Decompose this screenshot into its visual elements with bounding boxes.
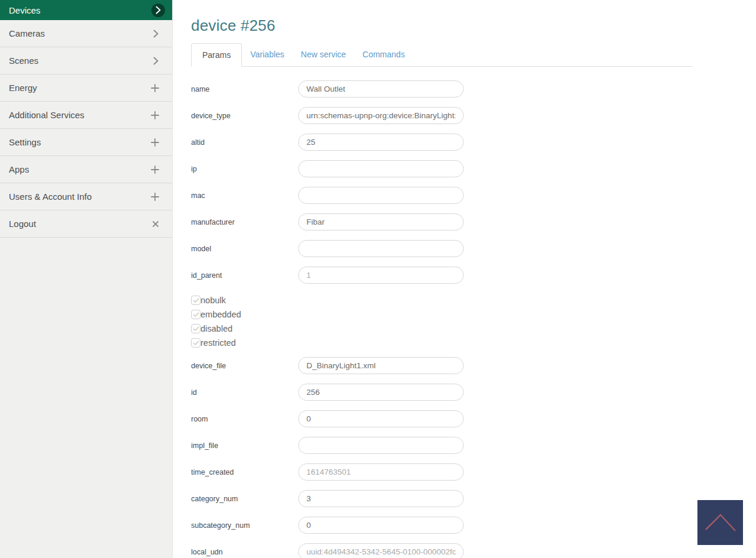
id-input[interactable]	[298, 384, 464, 401]
plus-icon	[151, 84, 159, 92]
embedded-checkbox[interactable]	[191, 310, 201, 319]
field-label: manufacturer	[191, 218, 298, 226]
field-label: room	[191, 415, 298, 423]
tab-variables[interactable]: Variables	[242, 43, 292, 66]
altid-input[interactable]	[298, 134, 464, 151]
field-label: subcategory_num	[191, 521, 298, 530]
impl_file-input[interactable]	[298, 437, 464, 454]
time_created-input[interactable]	[298, 463, 464, 481]
field-label: model	[191, 245, 298, 253]
sidebar-item-label: Scenes	[9, 56, 38, 66]
field-label: time_created	[191, 468, 298, 476]
sidebar-item-apps[interactable]: Apps	[0, 156, 172, 183]
form-row-device_type: device_type	[191, 107, 756, 124]
checkbox-label: disabled	[201, 324, 232, 333]
device_file-input[interactable]	[298, 357, 464, 374]
disabled-checkbox[interactable]	[191, 324, 201, 333]
mac-input[interactable]	[298, 187, 464, 204]
sidebar-item-label: Additional Services	[9, 110, 85, 120]
plus-icon	[151, 138, 159, 147]
form-row-room: room	[191, 410, 756, 427]
form-row-model: model	[191, 240, 756, 257]
field-label: mac	[191, 192, 298, 200]
chevron-right-icon	[153, 56, 159, 66]
sidebar: DevicesCamerasScenesEnergyAdditional Ser…	[0, 0, 173, 558]
sidebar-item-cameras[interactable]: Cameras	[0, 20, 172, 47]
field-label: impl_file	[191, 442, 298, 450]
checkbox-row-disabled: disabled	[191, 322, 756, 336]
form-row-id: id	[191, 384, 756, 401]
sidebar-item-additional-services[interactable]: Additional Services	[0, 102, 172, 129]
tab-bar: ParamsVariablesNew serviceCommands	[191, 43, 693, 67]
plus-icon	[151, 166, 159, 174]
sidebar-item-label: Logout	[9, 219, 36, 229]
sidebar-item-label: Apps	[9, 164, 29, 174]
form-row-manufacturer: manufacturer	[191, 213, 756, 231]
field-label: local_udn	[191, 548, 298, 556]
field-label: id	[191, 388, 298, 397]
form-row-id_parent: id_parent	[191, 267, 756, 284]
chevron-up-icon	[703, 510, 738, 536]
field-label: category_num	[191, 495, 298, 503]
form-row-name: name	[191, 80, 756, 98]
form-row-impl_file: impl_file	[191, 437, 756, 454]
tab-commands[interactable]: Commands	[354, 43, 413, 66]
form-row-time_created: time_created	[191, 463, 756, 481]
main-content: device #256 ParamsVariablesNew serviceCo…	[173, 0, 756, 558]
sidebar-item-label: Settings	[9, 137, 41, 147]
plus-icon	[151, 193, 159, 201]
tab-new-service[interactable]: New service	[293, 43, 354, 66]
checkbox-label: embedded	[201, 310, 241, 319]
form-row-device_file: device_file	[191, 357, 756, 374]
checkbox-row-restricted: restricted	[191, 336, 756, 350]
form-row-category_num: category_num	[191, 490, 756, 507]
sidebar-item-energy[interactable]: Energy	[0, 74, 172, 102]
manufacturer-input[interactable]	[298, 213, 464, 231]
sidebar-item-settings[interactable]: Settings	[0, 129, 172, 156]
local_udn-input[interactable]	[298, 543, 464, 558]
device-params-form: namedevice_typealtidipmacmanufacturermod…	[191, 80, 756, 558]
sidebar-item-scenes[interactable]: Scenes	[0, 47, 172, 74]
form-row-subcategory_num: subcategory_num	[191, 517, 756, 534]
form-row-mac: mac	[191, 187, 756, 204]
sidebar-item-label: Devices	[9, 5, 40, 15]
form-row-local_udn: local_udn	[191, 543, 756, 558]
sidebar-item-devices[interactable]: Devices	[0, 0, 172, 20]
restricted-checkbox[interactable]	[191, 338, 201, 348]
sidebar-item-logout[interactable]: Logout	[0, 210, 172, 238]
chevron-right-icon	[153, 29, 159, 38]
sidebar-item-users-account-info[interactable]: Users & Account Info	[0, 183, 172, 210]
scroll-to-top-button[interactable]	[697, 500, 743, 545]
checkbox-row-nobulk: nobulk	[191, 293, 756, 307]
form-row-ip: ip	[191, 160, 756, 177]
checkbox-row-embedded: embedded	[191, 307, 756, 322]
sidebar-item-label: Cameras	[9, 28, 45, 38]
field-label: name	[191, 85, 298, 93]
field-label: id_parent	[191, 271, 298, 280]
close-icon	[152, 220, 159, 228]
category_num-input[interactable]	[298, 490, 464, 507]
field-label: device_file	[191, 362, 298, 370]
name-input[interactable]	[298, 80, 464, 98]
tab-params[interactable]: Params	[191, 43, 242, 67]
field-label: ip	[191, 165, 298, 173]
model-input[interactable]	[298, 240, 464, 257]
flags-checkbox-group: nobulkembeddeddisabledrestricted	[191, 293, 756, 350]
sidebar-item-label: Energy	[9, 83, 37, 93]
subcategory_num-input[interactable]	[298, 517, 464, 534]
plus-icon	[151, 111, 159, 119]
id_parent-input[interactable]	[298, 267, 464, 284]
page-title: device #256	[191, 17, 756, 35]
field-label: device_type	[191, 112, 298, 120]
device_type-input[interactable]	[298, 107, 464, 124]
checkbox-label: nobulk	[201, 296, 226, 305]
nobulk-checkbox[interactable]	[191, 296, 201, 305]
chevron-right-icon[interactable]	[151, 4, 165, 17]
ip-input[interactable]	[298, 160, 464, 177]
form-row-altid: altid	[191, 134, 756, 151]
field-label: altid	[191, 138, 298, 147]
sidebar-item-label: Users & Account Info	[9, 192, 92, 202]
checkbox-label: restricted	[201, 338, 236, 348]
room-input[interactable]	[298, 410, 464, 427]
